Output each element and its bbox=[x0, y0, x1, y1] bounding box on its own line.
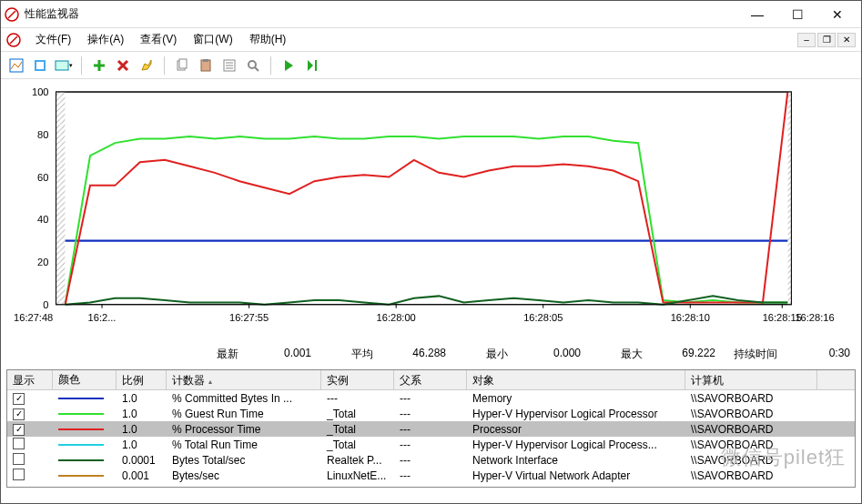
table-row[interactable]: 0.001Bytes/secLinuxNetE...---Hyper-V Vir… bbox=[7, 468, 855, 483]
copy-button[interactable] bbox=[172, 55, 192, 76]
add-counter-button[interactable] bbox=[89, 55, 109, 76]
close-button[interactable]: ✕ bbox=[817, 2, 857, 27]
svg-rect-14 bbox=[179, 59, 187, 68]
computer-value: \\SAVORBOARD bbox=[685, 453, 817, 468]
instance-value: --- bbox=[321, 391, 394, 406]
scale-value: 0.0001 bbox=[117, 453, 167, 468]
counter-name: % Guest Run Time bbox=[167, 407, 321, 421]
table-row[interactable]: ✓1.0% Guest Run Time_Total---Hyper-V Hyp… bbox=[7, 406, 855, 421]
parent-value: --- bbox=[394, 422, 467, 437]
parent-value: --- bbox=[394, 469, 467, 483]
color-swatch bbox=[53, 443, 117, 447]
app-icon bbox=[5, 7, 19, 22]
svg-line-22 bbox=[255, 67, 259, 71]
freeze-button[interactable] bbox=[279, 55, 299, 76]
stats-latest-value: 0.001 bbox=[246, 347, 311, 362]
stats-min-value: 0.000 bbox=[515, 347, 581, 362]
object-value: Hyper-V Hypervisor Logical Processor bbox=[467, 407, 685, 421]
table-row[interactable]: ✓1.0% Committed Bytes In ...------Memory… bbox=[7, 390, 855, 406]
header-computer[interactable]: 计算机 bbox=[685, 370, 817, 389]
menubar: 文件(F) 操作(A) 查看(V) 窗口(W) 帮助(H) – ❐ ✕ bbox=[1, 28, 861, 52]
scale-value: 1.0 bbox=[117, 391, 167, 406]
color-swatch bbox=[53, 412, 117, 416]
minimize-button[interactable]: — bbox=[737, 2, 777, 27]
zoom-button[interactable] bbox=[243, 55, 263, 76]
scale-value: 1.0 bbox=[117, 422, 167, 437]
svg-marker-12 bbox=[142, 60, 151, 70]
header-parent[interactable]: 父系 bbox=[394, 370, 467, 389]
maximize-button[interactable]: ☐ bbox=[777, 2, 817, 27]
header-color[interactable]: 颜色 bbox=[53, 370, 117, 389]
properties-button[interactable] bbox=[219, 55, 239, 76]
update-button[interactable] bbox=[302, 55, 322, 76]
scale-value: 1.0 bbox=[117, 438, 167, 452]
svg-text:16:28:05: 16:28:05 bbox=[523, 312, 563, 323]
delete-counter-button[interactable] bbox=[113, 55, 133, 76]
paste-button[interactable] bbox=[196, 55, 216, 76]
grid-body: ✓1.0% Committed Bytes In ...------Memory… bbox=[7, 390, 855, 487]
mdi-close[interactable]: ✕ bbox=[837, 33, 856, 47]
color-swatch bbox=[53, 428, 117, 431]
mdi-minimize[interactable]: – bbox=[797, 33, 816, 47]
menu-action[interactable]: 操作(A) bbox=[80, 30, 131, 49]
mdi-restore[interactable]: ❐ bbox=[817, 33, 836, 47]
show-checkbox[interactable]: ✓ bbox=[13, 408, 25, 420]
computer-value: \\SAVORBOARD bbox=[685, 469, 817, 483]
svg-rect-16 bbox=[203, 59, 208, 62]
menu-file[interactable]: 文件(F) bbox=[28, 30, 78, 49]
show-checkbox[interactable] bbox=[13, 438, 25, 449]
header-instance[interactable]: 实例 bbox=[321, 370, 394, 389]
object-value: Hyper-V Virtual Network Adapter bbox=[467, 469, 685, 483]
menu-help[interactable]: 帮助(H) bbox=[242, 30, 294, 49]
color-swatch bbox=[53, 474, 117, 478]
svg-text:16:27:55: 16:27:55 bbox=[229, 312, 269, 323]
svg-marker-24 bbox=[308, 60, 313, 71]
svg-marker-23 bbox=[285, 60, 293, 71]
display-type-button[interactable]: ▾ bbox=[54, 55, 74, 76]
stats-avg-value: 46.288 bbox=[380, 347, 446, 362]
stats-duration-value: 0:30 bbox=[785, 347, 850, 362]
svg-text:80: 80 bbox=[37, 129, 48, 140]
table-row[interactable]: 1.0% Total Run Time_Total---Hyper-V Hype… bbox=[7, 437, 855, 452]
svg-text:0: 0 bbox=[43, 299, 48, 310]
instance-value: _Total bbox=[321, 407, 394, 421]
show-checkbox[interactable]: ✓ bbox=[13, 424, 25, 436]
stats-max-label: 最大 bbox=[588, 347, 643, 362]
header-scale[interactable]: 比例 bbox=[117, 370, 167, 389]
header-object[interactable]: 对象 bbox=[467, 370, 685, 389]
counter-name: % Total Run Time bbox=[167, 438, 321, 452]
show-checkbox[interactable] bbox=[13, 469, 25, 480]
view-chart-button[interactable] bbox=[6, 55, 26, 76]
svg-rect-28 bbox=[56, 92, 792, 305]
object-value: Memory bbox=[467, 391, 685, 406]
computer-value: \\SAVORBOARD bbox=[685, 391, 817, 406]
menu-window[interactable]: 窗口(W) bbox=[186, 30, 239, 49]
scale-value: 1.0 bbox=[117, 407, 167, 421]
svg-line-3 bbox=[10, 36, 17, 44]
titlebar: 性能监视器 — ☐ ✕ bbox=[1, 1, 861, 28]
svg-text:16:28:00: 16:28:00 bbox=[377, 312, 416, 323]
menu-view[interactable]: 查看(V) bbox=[133, 30, 184, 49]
svg-line-1 bbox=[8, 11, 15, 18]
svg-rect-25 bbox=[315, 60, 317, 71]
data-source-button[interactable] bbox=[30, 55, 50, 76]
app-icon-small bbox=[6, 33, 21, 47]
instance-value: _Total bbox=[321, 422, 394, 437]
svg-text:16:28:15: 16:28:15 bbox=[763, 312, 802, 323]
grid-header: 显示 颜色 比例 计数器▴ 实例 父系 对象 计算机 bbox=[7, 370, 855, 390]
show-checkbox[interactable]: ✓ bbox=[13, 393, 25, 405]
counter-name: % Committed Bytes In ... bbox=[167, 391, 321, 406]
table-row[interactable]: 0.0001Bytes Total/secRealtek P...---Netw… bbox=[7, 452, 855, 468]
header-show[interactable]: 显示 bbox=[7, 370, 53, 389]
counter-name: Bytes Total/sec bbox=[167, 453, 321, 468]
performance-chart: 02040608010016:27:4816:28:1616:2...16:27… bbox=[5, 86, 850, 339]
header-counter[interactable]: 计数器▴ bbox=[167, 370, 321, 389]
stats-avg-label: 平均 bbox=[319, 347, 373, 362]
instance-value: LinuxNetE... bbox=[321, 469, 394, 483]
stats-latest-label: 最新 bbox=[184, 347, 238, 362]
show-checkbox[interactable] bbox=[13, 453, 25, 465]
highlight-button[interactable] bbox=[137, 55, 157, 76]
table-row[interactable]: ✓1.0% Processor Time_Total---Processor\\… bbox=[7, 421, 855, 437]
stats-max-value: 69.222 bbox=[650, 347, 715, 362]
instance-value: Realtek P... bbox=[321, 453, 394, 468]
